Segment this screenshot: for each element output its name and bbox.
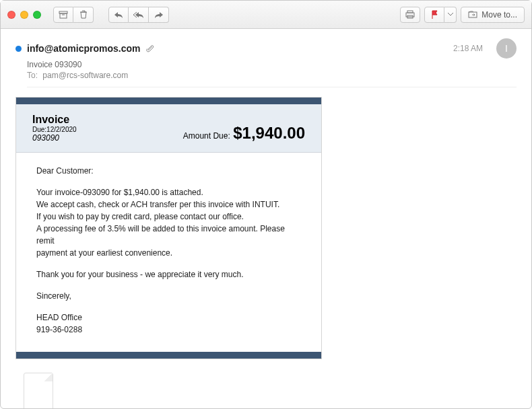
invoice-number: 093090: [32, 133, 77, 143]
invoice-title: Invoice: [32, 114, 77, 126]
sender-avatar[interactable]: I: [496, 38, 517, 59]
invoice-document: Invoice Due:12/2/2020 093090 Amount Due:…: [15, 97, 322, 359]
trash-icon: [79, 10, 88, 19]
titlebar: Move to...: [1, 1, 531, 29]
from-line: HEAD Office: [36, 311, 301, 324]
forward-icon: [154, 11, 164, 18]
signoff: Sincerely,: [36, 290, 301, 302]
invoice-due: Due:12/2/2020: [32, 126, 77, 133]
close-window[interactable]: [7, 11, 15, 19]
invoice-header: Invoice Due:12/2/2020 093090 Amount Due:…: [16, 104, 321, 153]
flag-group: [424, 7, 457, 23]
invoice-header-left: Invoice Due:12/2/2020 093090: [32, 114, 77, 143]
print-button[interactable]: [400, 7, 420, 23]
body-line: We accept cash, check or ACH transfer pe…: [36, 198, 301, 211]
body-line: Your invoice-093090 for $1,940.00 is att…: [36, 186, 301, 198]
mail-window: Move to... info@atomicpromos.com 2:18 AM…: [0, 0, 532, 409]
greeting: Dear Customer:: [36, 165, 301, 177]
subject-line: Invoice 093090: [27, 60, 517, 69]
body-line: A processing fee of 3.5% will be added t…: [36, 223, 301, 247]
svg-rect-1: [60, 13, 67, 18]
move-icon: [468, 11, 477, 18]
reply-group: [108, 7, 169, 23]
amount-due-label: Amount Due:: [183, 131, 230, 141]
print-icon: [405, 10, 415, 19]
thanks-line: Thank you for your business - we appreci…: [36, 268, 301, 281]
forward-button[interactable]: [149, 7, 169, 23]
reply-icon: [114, 11, 123, 18]
unread-indicator: [15, 46, 22, 52]
flag-icon: [431, 10, 438, 19]
window-controls: [7, 11, 41, 19]
invoice-body-text: Dear Customer: Your invoice-093090 for $…: [16, 153, 321, 352]
invoice-bottom-stripe: [16, 352, 321, 359]
maximize-window[interactable]: [33, 11, 41, 19]
to-address[interactable]: pam@rcs-software.com: [42, 71, 128, 80]
invoice-header-right: Amount Due: $1,940.00: [183, 124, 305, 143]
reply-all-button[interactable]: [129, 7, 149, 23]
minimize-window[interactable]: [20, 11, 28, 19]
body-line: If you wish to pay by credit card, pleas…: [36, 211, 301, 223]
to-label: To:: [27, 71, 38, 80]
delete-archive-group: [53, 7, 94, 23]
flag-menu-button[interactable]: [444, 7, 457, 23]
reply-all-icon: [133, 11, 144, 18]
flag-button[interactable]: [424, 7, 444, 23]
attachment-icon: [145, 44, 154, 53]
attachment-item[interactable]: n. 09309...020.xls: [15, 373, 61, 408]
move-label: Move to...: [481, 10, 517, 20]
from-line: 919-36-0288: [36, 324, 301, 336]
received-time: 2:18 AM: [453, 44, 483, 53]
archive-button[interactable]: [53, 7, 73, 23]
amount-due-value: $1,940.00: [233, 124, 305, 142]
chevron-down-icon: [448, 13, 453, 16]
reply-button[interactable]: [108, 7, 129, 23]
file-icon: [24, 373, 53, 408]
message-pane: info@atomicpromos.com 2:18 AM I Invoice …: [1, 29, 531, 408]
trash-button[interactable]: [73, 7, 94, 23]
recipient-row: To: pam@rcs-software.com: [27, 71, 517, 87]
archive-icon: [59, 11, 68, 19]
body-line: payment at your earliest convenience.: [36, 247, 301, 259]
message-body: Invoice Due:12/2/2020 093090 Amount Due:…: [15, 87, 517, 408]
move-to-button[interactable]: Move to...: [461, 7, 525, 23]
invoice-top-stripe: [16, 98, 321, 104]
sender-address[interactable]: info@atomicpromos.com: [27, 43, 140, 54]
header-row: info@atomicpromos.com 2:18 AM I: [15, 38, 517, 59]
